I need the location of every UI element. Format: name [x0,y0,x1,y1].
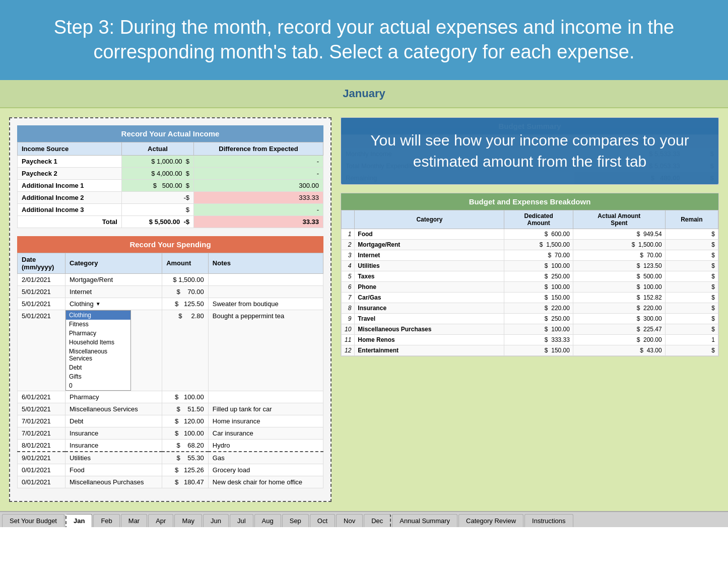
table-row: 8/01/2021 Insurance $ 68.20 Hydro [18,439,323,452]
tab-jun[interactable]: Jun [203,514,229,527]
dropdown-item[interactable]: Pharmacy [66,329,130,338]
spend-date: 0/01/2021 [18,464,65,476]
spend-amount: $ 68.20 [162,439,209,452]
breakdown-remain: $ [665,260,718,271]
breakdown-col-category: Category [355,210,504,229]
dropdown-item[interactable]: Fitness [66,320,130,329]
spend-col-notes: Notes [208,253,323,273]
table-row: 0/01/2021 Miscellaneous Purchases $ 180.… [18,476,323,488]
spend-category[interactable]: Clothing ▼ [65,298,162,310]
spend-amount: $ 51.50 [162,403,209,415]
dropdown-item[interactable]: Debt [66,363,130,372]
breakdown-num: 11 [342,334,355,345]
spend-date: 7/01/2021 [18,415,65,427]
total-actual: $ 5,500.00 -$ [121,215,193,228]
budget-summary-tooltip: You will see how your income compares to… [341,118,718,184]
income-source: Paycheck 2 [18,167,122,179]
breakdown-dedicated: $ 70.00 [504,250,573,260]
tab-feb[interactable]: Feb [93,514,119,527]
tab-instructions[interactable]: Instructions [524,514,573,527]
income-section: Record Your Actual Income Income Source … [17,125,323,228]
income-actual[interactable]: $ 1,000.00 $ [121,155,193,167]
tab-category-review[interactable]: Category Review [458,514,523,527]
spend-category: Pharmacy [65,391,162,403]
tab-may[interactable]: May [174,514,202,527]
breakdown-num: 6 [342,281,355,292]
table-row: Paycheck 1 $ 1,000.00 $ - [18,155,323,167]
income-actual[interactable]: $ 4,000.00 $ [121,167,193,179]
total-diff: 33.33 [194,215,323,228]
table-row: 5/01/2021 Internet $ 70.00 [18,285,323,298]
spend-date: 5/01/2021 [18,298,65,310]
spend-amount: $ 125.50 [162,298,209,310]
tab-sep[interactable]: Sep [282,514,309,527]
breakdown-remain: $ [665,239,718,250]
spend-notes [208,391,323,403]
breakdown-dedicated: $ 250.00 [504,271,573,281]
tab-annual-summary[interactable]: Annual Summary [392,514,457,527]
spend-notes: Home insurance [208,415,323,427]
spend-notes: Gas [208,452,323,464]
tab-apr[interactable]: Apr [148,514,173,527]
tab-nov[interactable]: Nov [336,514,363,527]
breakdown-col-actual: Actual AmountSpent [573,210,665,229]
income-col-source: Income Source [18,142,122,155]
breakdown-dedicated: $ 250.00 [504,313,573,324]
breakdown-actual: $ 200.00 [573,334,665,345]
dropdown-arrow-icon[interactable]: ▼ [96,301,101,307]
income-actual[interactable]: $ 500.00 $ [121,179,193,191]
dropdown-item[interactable]: Household Items [66,338,130,347]
table-row: 7/01/2021 Insurance $ 100.00 Car insuran… [18,427,323,439]
dropdown-item[interactable]: 0 [66,381,130,390]
income-source: Additional Income 3 [18,203,122,215]
breakdown-num: 12 [342,345,355,355]
tab-mar[interactable]: Mar [121,514,147,527]
table-row: 6 Phone $ 100.00 $ 100.00 $ [342,281,718,292]
spend-notes [208,273,323,285]
table-row: 9 Travel $ 250.00 $ 300.00 $ [342,313,718,324]
spend-date: 2/01/2021 [18,273,65,285]
dropdown-item[interactable]: Gifts [66,372,130,381]
table-row: 5/01/2021 Clothing ▼ $ 125.50 Sweater fr… [18,298,323,310]
spend-amount: $ 100.00 [162,427,209,439]
main-content: Record Your Actual Income Income Source … [0,108,728,511]
breakdown-remain: $ [665,313,718,324]
table-row: 12 Entertainment $ 150.00 $ 43.00 $ [342,345,718,355]
spend-notes [208,285,323,298]
spend-col-date: Date(mm/yyyy) [18,253,65,273]
tab-jul[interactable]: Jul [230,514,253,527]
income-col-actual: Actual [121,142,193,155]
income-total-row: Total $ 5,500.00 -$ 33.33 [18,215,323,228]
tab-oct[interactable]: Oct [310,514,335,527]
tab-aug[interactable]: Aug [254,514,281,527]
breakdown-num: 7 [342,292,355,303]
breakdown-col-num [342,210,355,229]
spend-notes: Filled up tank for car [208,403,323,415]
breakdown-remain: $ [665,229,718,239]
breakdown-actual: $ 1,500.00 [573,239,665,250]
income-actual[interactable]: $ [121,203,193,215]
dropdown-item[interactable]: Clothing [66,311,130,320]
left-panel: Record Your Actual Income Income Source … [9,117,332,502]
breakdown-table: Category DedicatedAmount Actual AmountSp… [341,210,718,356]
tab-jan[interactable]: Jan [65,514,92,527]
spend-date: 9/01/2021 [18,452,65,464]
spend-date: 5/01/2021 [18,310,65,391]
dropdown-item[interactable]: Miscellaneous Services [66,347,130,363]
spend-notes: Bought a peppermint tea [208,310,323,391]
table-row: Additional Income 3 $ - [18,203,323,215]
category-dropdown[interactable]: Clothing Fitness Pharmacy Household Item… [65,310,131,391]
tab-dec[interactable]: Dec [364,514,391,527]
spend-category: Food [65,464,162,476]
spend-category-dropdown[interactable]: Clothing Fitness Pharmacy Household Item… [65,310,162,391]
table-row: 9/01/2021 Utilities $ 55.30 Gas [18,452,323,464]
tab-set-your-budget[interactable]: Set Your Budget [2,514,64,527]
breakdown-remain: $ [665,324,718,334]
spend-col-category: Category [65,253,162,273]
header-text: Step 3: During the month, record your ac… [54,17,675,62]
table-row: 3 Internet $ 70.00 $ 70.00 $ [342,250,718,260]
breakdown-category: Entertainment [355,345,504,355]
income-col-diff: Difference from Expected [194,142,323,155]
breakdown-category: Food [355,229,504,239]
income-actual[interactable]: -$ [121,191,193,203]
